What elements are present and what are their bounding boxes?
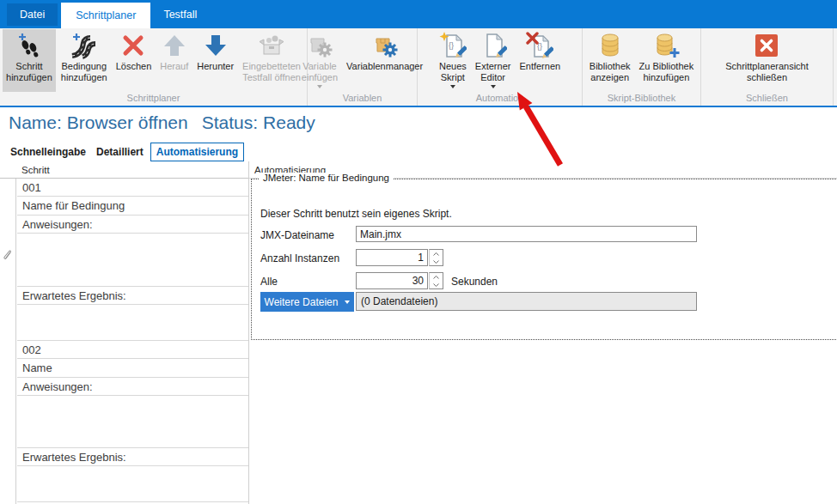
ribbon-group-variablen: Variable einfügen Variablenmanager Varia… [308, 28, 418, 106]
stepper-up-button[interactable] [430, 273, 443, 281]
package-gear-icon [371, 32, 399, 59]
tab-schrittplaner[interactable]: Schrittplaner [61, 3, 150, 28]
step-name-cell[interactable]: Name für Bedingung [17, 197, 248, 216]
status-value: Ready [263, 112, 315, 132]
ribbon-group-label: Variablen [308, 92, 417, 106]
add-to-library-button[interactable]: Zu Bibliothek hinzufügen [636, 29, 698, 92]
remove-script-button[interactable]: {} Entfernen [516, 29, 564, 92]
more-files-button[interactable]: Weitere Dateien [260, 292, 354, 312]
jmx-filename-label: JMX-Dateiname [260, 229, 334, 241]
app-window: Datei Schrittplaner Testfall Schritt hin… [0, 0, 837, 504]
instance-count-stepper[interactable] [429, 249, 443, 266]
jmx-filename-input[interactable] [356, 226, 697, 242]
footprints-add-icon [15, 32, 43, 59]
script-description: Dieser Schritt benutzt sein eigenes Skri… [260, 208, 452, 220]
database-icon [596, 32, 624, 59]
ribbon-group-label: Skript-Bibliothek [583, 92, 700, 106]
expected-result-content-cell[interactable] [17, 305, 248, 341]
instructions-label-cell[interactable]: Anweisungen: [17, 216, 248, 234]
interval-input[interactable] [356, 272, 428, 289]
script-remove-icon: {} [526, 32, 553, 59]
ribbon-group-label: Automation [418, 92, 582, 106]
ribbon-group-skript-bibliothek: Bibliothek anzeigen Zu Bibliothek hinzuf… [583, 28, 701, 106]
new-script-button[interactable]: {} Neues Skript [436, 29, 470, 92]
step-name-cell[interactable]: Name [17, 359, 248, 378]
add-step-button[interactable]: Schritt hinzufügen [3, 29, 56, 92]
button-label: Neues Skript [439, 61, 467, 83]
interval-suffix-label: Sekunden [451, 276, 498, 288]
tab-detailliert[interactable]: Detailliert [93, 143, 147, 161]
expected-result-label-cell[interactable]: Erwartetes Ergebnis: [17, 287, 248, 305]
more-files-button-label: Weitere Dateien [265, 296, 339, 308]
ribbon-group-label: Schließen [701, 92, 833, 106]
instance-count-label: Anzahl Instanzen [260, 252, 339, 264]
button-label: Herauf [160, 61, 188, 72]
instance-count-input[interactable] [356, 249, 428, 266]
step-column-header: Schritt [0, 161, 248, 179]
stepper-up-button[interactable] [430, 250, 443, 258]
name-value: Browser öffnen [67, 112, 188, 132]
ribbon-group-schliessen: Schrittplaneransicht schließen Schließen [701, 28, 834, 106]
jmeter-groupbox: JMeter: Name für Bedingung Dieser Schrit… [251, 179, 837, 340]
close-view-icon [753, 32, 780, 59]
status-label: Status: [202, 112, 258, 132]
open-embedded-testcase-button[interactable]: Eingebetteten Testfall öffnen [239, 29, 304, 92]
data-files-field: (0 Datendateien) [356, 292, 697, 311]
instructions-label-cell[interactable]: Anweisungen: [17, 378, 248, 396]
stepper-down-button[interactable] [430, 258, 443, 265]
variable-manager-button[interactable]: Variablenmanager [343, 29, 426, 92]
svg-text:{}: {} [449, 41, 454, 50]
move-up-button[interactable]: Herauf [156, 29, 192, 92]
open-box-icon [258, 32, 285, 59]
step-number-cell[interactable]: 002 [17, 341, 248, 359]
delete-x-icon [119, 32, 147, 59]
button-label: Entfernen [519, 61, 560, 72]
move-down-button[interactable]: Herunter [193, 29, 237, 92]
automation-panel: Automatisierung JMeter: Name für Bedingu… [249, 161, 837, 504]
ribbon-group-schrittplaner: Schritt hinzufügen Bedingung hinzufügen [0, 28, 308, 106]
step-gutter [0, 179, 16, 504]
step-title: Name:Browser öffnenStatus:Ready [9, 112, 315, 133]
name-label: Name: [9, 112, 62, 132]
ribbon-group-label: Schrittplaner [0, 92, 307, 106]
step-rows: 001 Name für Bedingung Anweisungen: Erwa… [17, 179, 248, 504]
button-label: Variablenmanager [346, 61, 423, 72]
close-stepplanner-view-button[interactable]: Schrittplaneransicht schließen [722, 29, 812, 92]
button-label: Bedingung hinzufügen [61, 61, 107, 83]
tab-schnelleingabe[interactable]: Schnelleingabe [7, 143, 89, 161]
add-condition-button[interactable]: Bedingung hinzufügen [58, 29, 111, 92]
script-new-icon: {} [439, 32, 467, 59]
arrow-up-icon [161, 32, 188, 59]
instructions-content-cell[interactable] [17, 234, 248, 287]
package-gear-icon [306, 32, 333, 59]
expected-result-label-cell[interactable]: Erwartetes Ergebnis: [17, 448, 248, 466]
dropdown-caret-icon [450, 85, 455, 88]
dropdown-caret-icon [491, 85, 496, 88]
view-tabs: Schnelleingabe Detailliert Automatisieru… [7, 143, 247, 161]
step-number-cell[interactable]: 001 [17, 179, 248, 197]
instructions-content-cell[interactable] [17, 396, 248, 448]
button-label: Bibliothek anzeigen [590, 61, 631, 83]
button-label: Externer Editor [475, 61, 511, 83]
interval-stepper[interactable] [429, 272, 443, 289]
interval-label: Alle [260, 276, 278, 288]
script-edit-icon [480, 32, 507, 59]
button-label: Variable einfügen [302, 61, 338, 83]
ribbon: Schritt hinzufügen Bedingung hinzufügen [0, 28, 837, 107]
delete-button[interactable]: Löschen [113, 29, 156, 92]
road-merge-add-icon [70, 32, 98, 59]
tab-datei[interactable]: Datei [7, 3, 58, 26]
button-label: Eingebetteten Testfall öffnen [242, 61, 301, 83]
tab-testfall[interactable]: Testfall [150, 0, 210, 28]
button-label: Zu Bibliothek hinzufügen [639, 61, 694, 83]
ribbon-group-automation: {} Neues Skript Externer Editor [418, 28, 583, 106]
database-add-icon [652, 32, 680, 59]
tab-automatisierung[interactable]: Automatisierung [150, 143, 244, 161]
show-library-button[interactable]: Bibliothek anzeigen [586, 29, 634, 92]
external-editor-button[interactable]: Externer Editor [472, 29, 515, 92]
stepper-down-button[interactable] [430, 281, 443, 288]
groupbox-title: JMeter: Name für Bedingung [259, 173, 394, 183]
insert-variable-button[interactable]: Variable einfügen [298, 29, 341, 92]
expected-result-content-cell[interactable] [17, 466, 248, 502]
button-label: Löschen [116, 61, 152, 72]
